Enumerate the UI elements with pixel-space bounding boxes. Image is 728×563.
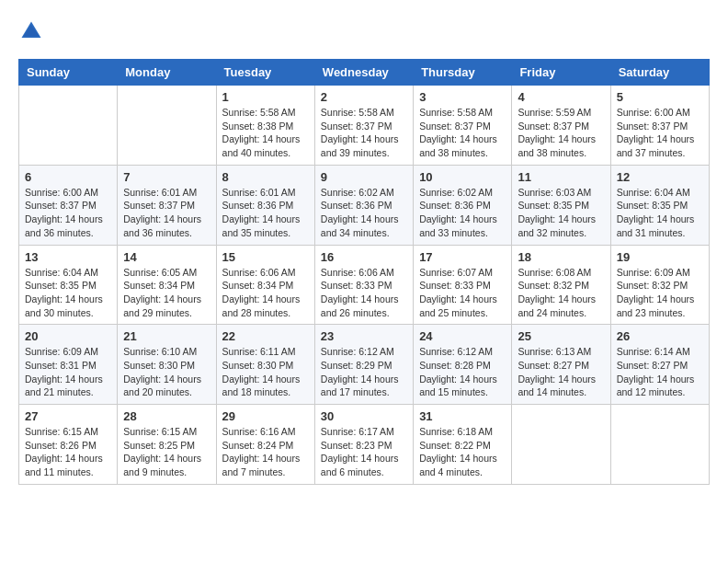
day-number: 29 — [222, 409, 309, 423]
weekday-header: Monday — [118, 60, 216, 86]
day-info: Sunrise: 6:02 AM Sunset: 8:36 PM Dayligh… — [321, 186, 407, 240]
calendar-cell: 11Sunrise: 6:03 AM Sunset: 8:35 PM Dayli… — [512, 165, 610, 245]
day-info: Sunrise: 6:06 AM Sunset: 8:34 PM Dayligh… — [222, 266, 309, 320]
calendar-cell: 13Sunrise: 6:04 AM Sunset: 8:35 PM Dayli… — [19, 245, 118, 325]
day-info: Sunrise: 6:12 AM Sunset: 8:29 PM Dayligh… — [321, 345, 407, 399]
day-info: Sunrise: 6:15 AM Sunset: 8:25 PM Dayligh… — [123, 425, 210, 479]
calendar-cell: 6Sunrise: 6:00 AM Sunset: 8:37 PM Daylig… — [19, 165, 118, 245]
calendar-cell — [19, 86, 118, 166]
day-info: Sunrise: 6:03 AM Sunset: 8:35 PM Dayligh… — [518, 186, 604, 240]
day-number: 8 — [222, 170, 309, 184]
day-info: Sunrise: 6:06 AM Sunset: 8:33 PM Dayligh… — [321, 266, 407, 320]
calendar-week-row: 27Sunrise: 6:15 AM Sunset: 8:26 PM Dayli… — [19, 405, 710, 485]
day-info: Sunrise: 6:01 AM Sunset: 8:37 PM Dayligh… — [123, 186, 210, 240]
day-info: Sunrise: 5:58 AM Sunset: 8:38 PM Dayligh… — [222, 106, 309, 160]
logo — [18, 18, 48, 44]
day-info: Sunrise: 6:18 AM Sunset: 8:22 PM Dayligh… — [419, 425, 506, 479]
day-info: Sunrise: 6:09 AM Sunset: 8:31 PM Dayligh… — [25, 345, 111, 399]
day-info: Sunrise: 6:07 AM Sunset: 8:33 PM Dayligh… — [419, 266, 506, 320]
day-number: 31 — [419, 409, 506, 423]
calendar-cell: 24Sunrise: 6:12 AM Sunset: 8:28 PM Dayli… — [414, 325, 512, 405]
calendar-cell: 9Sunrise: 6:02 AM Sunset: 8:36 PM Daylig… — [314, 165, 413, 245]
weekday-header: Wednesday — [314, 60, 413, 86]
calendar-cell: 7Sunrise: 6:01 AM Sunset: 8:37 PM Daylig… — [118, 165, 216, 245]
calendar-cell: 1Sunrise: 5:58 AM Sunset: 8:38 PM Daylig… — [216, 86, 314, 166]
day-number: 2 — [321, 90, 407, 104]
day-info: Sunrise: 6:16 AM Sunset: 8:24 PM Dayligh… — [222, 425, 309, 479]
calendar-cell: 19Sunrise: 6:09 AM Sunset: 8:32 PM Dayli… — [610, 245, 709, 325]
day-number: 13 — [25, 250, 111, 264]
day-number: 5 — [617, 90, 703, 104]
calendar-cell: 2Sunrise: 5:58 AM Sunset: 8:37 PM Daylig… — [314, 86, 413, 166]
calendar-cell — [512, 405, 610, 485]
day-number: 3 — [419, 90, 506, 104]
day-number: 12 — [617, 170, 703, 184]
day-number: 16 — [321, 250, 407, 264]
day-number: 6 — [25, 170, 111, 184]
day-info: Sunrise: 6:11 AM Sunset: 8:30 PM Dayligh… — [222, 345, 309, 399]
calendar-cell: 31Sunrise: 6:18 AM Sunset: 8:22 PM Dayli… — [414, 405, 512, 485]
calendar-cell: 26Sunrise: 6:14 AM Sunset: 8:27 PM Dayli… — [610, 325, 709, 405]
calendar-cell: 21Sunrise: 6:10 AM Sunset: 8:30 PM Dayli… — [118, 325, 216, 405]
calendar-cell: 3Sunrise: 5:58 AM Sunset: 8:37 PM Daylig… — [414, 86, 512, 166]
day-info: Sunrise: 6:00 AM Sunset: 8:37 PM Dayligh… — [25, 186, 111, 240]
calendar-cell: 27Sunrise: 6:15 AM Sunset: 8:26 PM Dayli… — [19, 405, 118, 485]
calendar-cell — [118, 86, 216, 166]
day-info: Sunrise: 6:13 AM Sunset: 8:27 PM Dayligh… — [518, 345, 604, 399]
day-info: Sunrise: 6:15 AM Sunset: 8:26 PM Dayligh… — [25, 425, 111, 479]
day-number: 27 — [25, 409, 111, 423]
calendar-cell: 22Sunrise: 6:11 AM Sunset: 8:30 PM Dayli… — [216, 325, 314, 405]
calendar-cell — [610, 405, 709, 485]
day-number: 14 — [123, 250, 210, 264]
day-number: 19 — [617, 250, 703, 264]
calendar-cell: 14Sunrise: 6:05 AM Sunset: 8:34 PM Dayli… — [118, 245, 216, 325]
day-number: 1 — [222, 90, 309, 104]
weekday-header: Saturday — [610, 60, 709, 86]
day-number: 18 — [518, 250, 604, 264]
weekday-header: Sunday — [19, 60, 118, 86]
calendar-week-row: 6Sunrise: 6:00 AM Sunset: 8:37 PM Daylig… — [19, 165, 710, 245]
calendar-cell: 18Sunrise: 6:08 AM Sunset: 8:32 PM Dayli… — [512, 245, 610, 325]
weekday-header: Thursday — [414, 60, 512, 86]
day-info: Sunrise: 6:17 AM Sunset: 8:23 PM Dayligh… — [321, 425, 407, 479]
logo-icon — [18, 18, 44, 44]
calendar-week-row: 13Sunrise: 6:04 AM Sunset: 8:35 PM Dayli… — [19, 245, 710, 325]
day-number: 24 — [419, 329, 506, 343]
calendar-week-row: 20Sunrise: 6:09 AM Sunset: 8:31 PM Dayli… — [19, 325, 710, 405]
day-info: Sunrise: 6:08 AM Sunset: 8:32 PM Dayligh… — [518, 266, 604, 320]
day-number: 30 — [321, 409, 407, 423]
day-info: Sunrise: 5:58 AM Sunset: 8:37 PM Dayligh… — [321, 106, 407, 160]
calendar-cell: 4Sunrise: 5:59 AM Sunset: 8:37 PM Daylig… — [512, 86, 610, 166]
day-info: Sunrise: 6:14 AM Sunset: 8:27 PM Dayligh… — [617, 345, 703, 399]
day-number: 25 — [518, 329, 604, 343]
day-number: 11 — [518, 170, 604, 184]
calendar-table: SundayMondayTuesdayWednesdayThursdayFrid… — [18, 59, 710, 485]
calendar-cell: 10Sunrise: 6:02 AM Sunset: 8:36 PM Dayli… — [414, 165, 512, 245]
day-number: 9 — [321, 170, 407, 184]
day-number: 7 — [123, 170, 210, 184]
day-info: Sunrise: 6:05 AM Sunset: 8:34 PM Dayligh… — [123, 266, 210, 320]
day-number: 15 — [222, 250, 309, 264]
page-header — [18, 18, 710, 44]
calendar-cell: 17Sunrise: 6:07 AM Sunset: 8:33 PM Dayli… — [414, 245, 512, 325]
calendar-header-row: SundayMondayTuesdayWednesdayThursdayFrid… — [19, 60, 710, 86]
calendar-cell: 23Sunrise: 6:12 AM Sunset: 8:29 PM Dayli… — [314, 325, 413, 405]
day-number: 28 — [123, 409, 210, 423]
calendar-cell: 29Sunrise: 6:16 AM Sunset: 8:24 PM Dayli… — [216, 405, 314, 485]
calendar-cell: 28Sunrise: 6:15 AM Sunset: 8:25 PM Dayli… — [118, 405, 216, 485]
day-number: 22 — [222, 329, 309, 343]
day-number: 20 — [25, 329, 111, 343]
calendar-cell: 5Sunrise: 6:00 AM Sunset: 8:37 PM Daylig… — [610, 86, 709, 166]
calendar-week-row: 1Sunrise: 5:58 AM Sunset: 8:38 PM Daylig… — [19, 86, 710, 166]
calendar-cell: 25Sunrise: 6:13 AM Sunset: 8:27 PM Dayli… — [512, 325, 610, 405]
day-number: 23 — [321, 329, 407, 343]
day-number: 21 — [123, 329, 210, 343]
day-number: 26 — [617, 329, 703, 343]
weekday-header: Tuesday — [216, 60, 314, 86]
day-number: 4 — [518, 90, 604, 104]
day-info: Sunrise: 5:59 AM Sunset: 8:37 PM Dayligh… — [518, 106, 604, 160]
calendar-cell: 30Sunrise: 6:17 AM Sunset: 8:23 PM Dayli… — [314, 405, 413, 485]
calendar-cell: 20Sunrise: 6:09 AM Sunset: 8:31 PM Dayli… — [19, 325, 118, 405]
calendar-cell: 12Sunrise: 6:04 AM Sunset: 8:35 PM Dayli… — [610, 165, 709, 245]
day-info: Sunrise: 6:10 AM Sunset: 8:30 PM Dayligh… — [123, 345, 210, 399]
